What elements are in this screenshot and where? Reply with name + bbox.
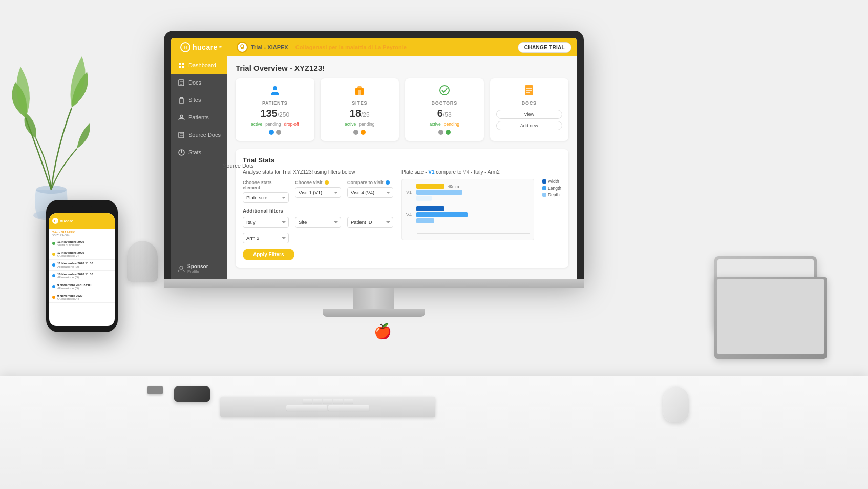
mouse (663, 386, 689, 422)
sidebar-item-stats[interactable]: Stats (171, 144, 227, 161)
docs-view-button[interactable]: View (496, 110, 563, 119)
logo-text: hucare (193, 43, 218, 51)
compare-select[interactable]: Visit 1 (V1) Visit 2 (V2) Visit 3 (V3) V… (347, 187, 393, 198)
patients-subtexts: active pending drop-off (251, 121, 299, 127)
item-dot-5 (52, 296, 55, 299)
chart-row-v1: V1 40mm (406, 184, 530, 201)
trial-name: Trial - XIAPEX (251, 44, 288, 50)
site-select[interactable]: Site (295, 217, 341, 228)
dot-d1[interactable] (438, 130, 443, 135)
item-dot-1 (52, 253, 55, 256)
sourcedocs-icon (177, 131, 185, 139)
bar-v4-width (416, 206, 444, 211)
monitor: H hucare ™ Trial - XIAPEX – Collagenasi … (164, 31, 584, 317)
dashboard-icon (177, 61, 185, 69)
svg-rect-13 (179, 99, 184, 103)
docs-card-actions: View Add new (496, 110, 563, 130)
svg-point-4 (241, 45, 244, 48)
svg-rect-7 (179, 66, 181, 68)
main-filters: Choose stats element Plate size Length W… (243, 180, 393, 203)
svg-point-20 (180, 266, 183, 269)
dot-active[interactable] (269, 130, 274, 135)
doctors-subtexts: active pending (430, 121, 459, 127)
sponsor-label: Sponsor (187, 263, 208, 269)
svg-rect-23 (358, 90, 361, 95)
trial-subtitle: Collagenasi per la malattia di La Peyron… (295, 44, 407, 50)
legend-depth-label: Depth (548, 192, 560, 197)
sidebar-item-sites[interactable]: Sites (171, 91, 227, 109)
svg-point-19 (181, 152, 182, 153)
monitor-screen: H hucare ™ Trial - XIAPEX – Collagenasi … (171, 38, 577, 279)
doctors-dots (438, 130, 451, 135)
change-trial-button[interactable]: CHANGE TRIAL (518, 42, 571, 53)
phone: H hucare Trial - XIAAPEX XYZ123-004 11 N… (46, 200, 118, 332)
source-dots-label: Source Dots (223, 162, 254, 169)
bar-v1-width (416, 184, 444, 189)
app-container: H hucare ™ Trial - XIAPEX – Collagenasi … (171, 38, 577, 279)
visit-filter: Choose visit Visit 1 (V1) Visit 2 (V2) V… (295, 180, 341, 203)
dot-pending[interactable] (276, 130, 281, 135)
compare-dot (386, 180, 390, 185)
trial-stats-section: Trial Stats Analyse stats for Trial XYZ1… (236, 149, 568, 268)
legend-depth-dot (542, 193, 546, 197)
stats-element-select[interactable]: Plate size Length Width (243, 192, 289, 203)
sites-dots (353, 130, 366, 135)
usb-drive (147, 386, 163, 394)
apply-filters-button[interactable]: Apply Filters (243, 249, 294, 260)
chart-row-v4: V4 (406, 206, 530, 223)
patients-dots (269, 130, 281, 135)
phone-logo-icon: H (52, 218, 58, 224)
item-dot-2 (52, 263, 55, 267)
phone-logo-text: hucare (60, 219, 73, 223)
docs-icon (177, 78, 185, 87)
chart-title: Plate size - V1 compare to V4 - Italy - … (401, 169, 561, 175)
docs-card-label: DOCS (522, 100, 537, 106)
phone-trial-info: Trial - XIAAPEX XYZ123-004 (49, 229, 115, 238)
docs-addnew-button[interactable]: Add new (496, 121, 563, 130)
sites-card-icon (354, 85, 365, 98)
additional-filters: Italy Germany France Site Pa (243, 217, 393, 228)
stats-icon (177, 148, 185, 156)
content-area: Trial Overview - XYZ123! PATIENTS 135/ (227, 56, 577, 279)
country-select[interactable]: Italy Germany France (243, 217, 289, 228)
visit-dot (325, 180, 329, 185)
sidebar-label-patients: Patients (188, 114, 209, 120)
svg-point-24 (440, 86, 449, 95)
phone-list-item: 9 Novembre 2020 Questionario A4 (49, 292, 115, 303)
item-dot-4 (52, 285, 55, 288)
dot-d2[interactable] (446, 130, 451, 135)
phone-list-item: 10 Novembre 2020 11:00 Allineazione (D) (49, 271, 115, 281)
sidebar-item-dashboard[interactable]: Dashboard (171, 56, 227, 74)
patients-card-icon (269, 85, 281, 98)
sidebar-label-sourcedocs: Source Docs (188, 132, 221, 138)
patients-icon (177, 113, 185, 121)
sidebar-item-patients[interactable]: Patients (171, 109, 227, 126)
trial-info: Trial - XIAPEX – Collagenasi per la mala… (237, 42, 407, 53)
sites-card-value: 18/25 (350, 108, 370, 119)
phone-list: 11 Novembre 2020 Visita di richiamo 17 N… (49, 238, 115, 303)
patient-select[interactable]: Patient ID (347, 217, 393, 228)
stats-content: Analyse stats for Trial XYZ123! using fi… (243, 169, 561, 260)
legend-length-dot (542, 186, 546, 190)
visit-label: Choose visit (295, 180, 341, 185)
sidebar-item-sourcedocs[interactable]: Source Docs (171, 126, 227, 144)
bar-v1-length (416, 190, 462, 195)
keyboard (220, 397, 435, 417)
patients-card-label: PATIENTS (262, 100, 288, 106)
sidebar-sponsor: Sponsor Profile (171, 258, 227, 279)
logo-icon: H (180, 42, 190, 52)
plant-decoration (10, 15, 92, 231)
sidebar-item-docs[interactable]: Docs (171, 74, 227, 91)
svg-rect-6 (182, 63, 184, 65)
additional-filters-label: Additional filters (243, 208, 393, 214)
sidebar-label-docs: Docs (188, 79, 201, 86)
phone-screen: H hucare Trial - XIAAPEX XYZ123-004 11 N… (49, 213, 115, 326)
top-bar: H hucare ™ Trial - XIAPEX – Collagenasi … (171, 38, 577, 56)
page-title: Trial Overview - XYZ123! (236, 64, 568, 72)
phone-list-item: 11 Novembre 2020 Visita di richiamo (49, 238, 115, 249)
visit-select[interactable]: Visit 1 (V1) Visit 2 (V2) Visit 3 (V3) V… (295, 187, 341, 198)
dot-s2[interactable] (361, 130, 366, 135)
arm-select[interactable]: Arm 1 Arm 2 Arm 3 (243, 233, 289, 243)
sites-icon (177, 96, 185, 104)
dot-s1[interactable] (353, 130, 358, 135)
